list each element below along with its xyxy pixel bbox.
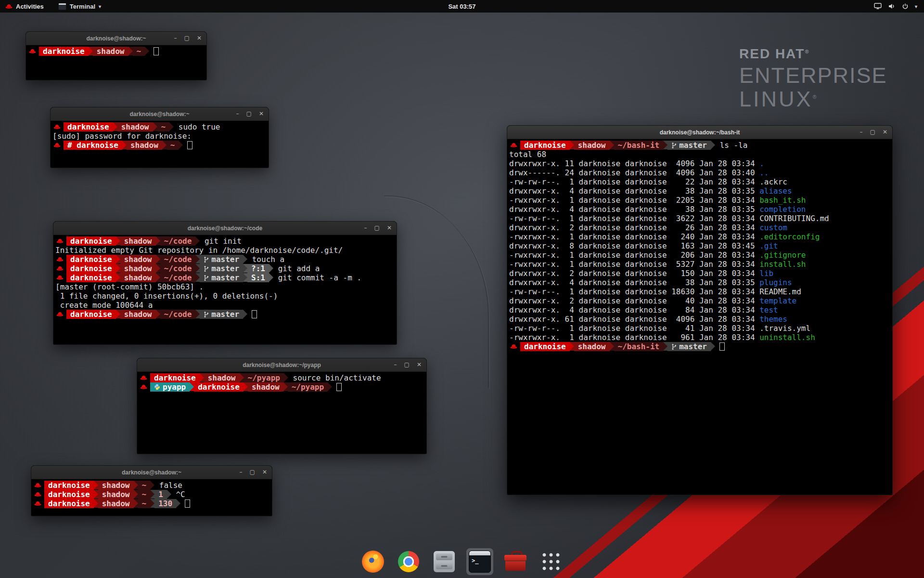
terminal-text: create mode 100644 a — [55, 301, 153, 310]
window-minimize-button[interactable]: – — [394, 358, 397, 371]
terminal-window-6[interactable]: darknoise@shadow:~/bash-it–▢✕darknoisesh… — [507, 125, 893, 495]
prompt-line: darknoiseshadow~/code git init — [55, 236, 396, 246]
toolbox-body — [505, 561, 526, 571]
python-icon — [154, 384, 160, 390]
terminal-window-3[interactable]: darknoise@shadow:~/code–▢✕darknoiseshado… — [53, 221, 397, 345]
chevron-down-icon[interactable]: ▾ — [915, 4, 917, 9]
terminal-text: [sudo] password for darknoise: — [52, 131, 196, 141]
prompt-segment-path: ~ — [138, 481, 151, 490]
volume-icon[interactable] — [888, 3, 896, 10]
window-close-button[interactable]: ✕ — [883, 126, 887, 139]
terminal-text: git add a — [273, 264, 320, 273]
dock-item-chrome[interactable] — [395, 548, 422, 575]
prompt-segment-path: ~ — [157, 122, 170, 131]
prompt-line: pyappdarknoiseshadow~/pyapp — [139, 382, 425, 392]
output-line: -rwxrwxr-x. 1 darknoise darknoise 2205 J… — [509, 196, 891, 205]
prompt-segment-stat: ?:1 — [247, 264, 269, 273]
terminal-text: drwxrwxr-x. 8 darknoise darknoise 163 Ja… — [509, 241, 759, 250]
clock[interactable]: Sat 03:57 — [0, 3, 924, 10]
powerline-arrow — [167, 490, 171, 499]
prompt-segment-host: shadow — [117, 122, 153, 131]
brand-red-hat: RED HAT® — [739, 47, 887, 61]
prompt-segment-host: shadow — [120, 264, 156, 273]
prompt-segment-host: shadow — [93, 47, 128, 56]
window-maximize-button[interactable]: ▢ — [184, 32, 190, 45]
terminal-window-2[interactable]: darknoise@shadow:~–▢✕darknoiseshadow~ su… — [50, 107, 269, 168]
registered-mark: ® — [813, 94, 819, 100]
window-close-button[interactable]: ✕ — [417, 358, 422, 371]
terminal-body[interactable]: darknoiseshadow~/bash-itmaster ls -latot… — [507, 139, 892, 351]
redhat-icon — [34, 481, 41, 490]
window-title: darknoise@shadow:~/bash-it — [507, 129, 892, 136]
window-maximize-button[interactable]: ▢ — [870, 126, 875, 139]
terminal-text: touch a — [247, 255, 284, 264]
terminal-window-4[interactable]: darknoise@shadow:~/pyapp–▢✕darknoiseshad… — [137, 358, 427, 454]
output-line: drwxrwxr-x. 2 darknoise darknoise 26 Jan… — [509, 223, 891, 232]
terminal-text: drwxrwxr-x. 4 darknoise darknoise 38 Jan… — [509, 278, 759, 287]
window-titlebar[interactable]: darknoise@shadow:~/code–▢✕ — [53, 222, 397, 235]
window-minimize-button[interactable]: – — [236, 107, 239, 120]
powerline-arrow — [195, 236, 200, 245]
output-line: drwxrwxr-x. 11 darknoise darknoise 4096 … — [509, 159, 891, 168]
prompt-line: darknoiseshadow~/bash-itmaster ls -la — [509, 141, 891, 150]
screen-icon[interactable] — [874, 3, 882, 10]
terminal-body[interactable]: darknoiseshadow~ falsedarknoiseshadow~1 … — [31, 479, 272, 508]
terminal-text: drwxrwxr-x. 11 darknoise darknoise 4096 … — [509, 159, 759, 168]
window-close-button[interactable]: ✕ — [259, 107, 264, 120]
window-maximize-button[interactable]: ▢ — [250, 466, 255, 479]
terminal-window-5[interactable]: darknoise@shadow:~–▢✕darknoiseshadow~ fa… — [31, 465, 272, 516]
terminal-text: [master (root-commit) 50bcb63] . — [55, 282, 204, 291]
window-titlebar[interactable]: darknoise@shadow:~–▢✕ — [31, 466, 272, 479]
prompt-segment-user: darknoise — [194, 382, 244, 392]
window-maximize-button[interactable]: ▢ — [404, 358, 410, 371]
file-name: uninstall.sh — [759, 333, 815, 342]
output-line: drwxrwxr-x. 4 darknoise darknoise 38 Jan… — [509, 278, 891, 287]
window-minimize-button[interactable]: – — [240, 466, 243, 479]
window-title: darknoise@shadow:~/pyapp — [137, 362, 426, 368]
file-name: test — [759, 305, 778, 315]
window-minimize-button[interactable]: – — [174, 32, 177, 45]
prompt-segment-host: shadow — [127, 141, 162, 150]
terminal-window-1[interactable]: darknoise@shadow:~–▢✕darknoiseshadow~ — [26, 31, 207, 80]
terminal-body[interactable]: darknoiseshadow~ sudo true[sudo] passwor… — [51, 121, 269, 150]
window-maximize-button[interactable]: ▢ — [246, 107, 252, 120]
powerline-arrow — [243, 273, 247, 282]
drawer-top — [436, 553, 452, 560]
output-line: drwx------. 24 darknoise darknoise 4096 … — [509, 168, 891, 177]
powerline-arrow — [243, 264, 247, 273]
window-maximize-button[interactable]: ▢ — [374, 222, 380, 235]
terminal-text: drwx------. 24 darknoise darknoise 4096 … — [509, 168, 759, 177]
prompt-segment-path: ~/code — [160, 255, 196, 264]
output-line: drwxrwxr-x. 8 darknoise darknoise 163 Ja… — [509, 241, 891, 250]
window-titlebar[interactable]: darknoise@shadow:~/pyapp–▢✕ — [137, 358, 426, 372]
terminal-body[interactable]: darknoiseshadow~/pyapp source bin/activa… — [137, 372, 426, 392]
window-controls: –▢✕ — [174, 32, 206, 45]
window-close-button[interactable]: ✕ — [197, 32, 202, 45]
terminal-text: Initialized empty Git repository in /hom… — [55, 246, 343, 255]
window-titlebar[interactable]: darknoise@shadow:~/bash-it–▢✕ — [507, 126, 892, 139]
branch-icon — [671, 142, 677, 149]
dock-item-files[interactable] — [431, 548, 458, 575]
terminal-body[interactable]: darknoiseshadow~/code git initInitialize… — [53, 235, 397, 319]
window-close-button[interactable]: ✕ — [262, 466, 267, 479]
powerline-arrow — [145, 47, 149, 55]
window-titlebar[interactable]: darknoise@shadow:~–▢✕ — [51, 107, 269, 121]
dock-item-terminal[interactable]: >_ — [466, 548, 493, 575]
window-close-button[interactable]: ✕ — [387, 222, 392, 235]
file-name: .. — [759, 168, 769, 177]
prompt-segment-user: darknoise — [66, 273, 116, 282]
dock-item-apps[interactable] — [538, 548, 565, 575]
dock-item-firefox[interactable] — [359, 548, 386, 575]
window-minimize-button[interactable]: – — [364, 222, 367, 235]
top-bar: Activities Terminal ▾ Sat 03:57 ▾ — [0, 0, 924, 13]
power-icon[interactable] — [902, 3, 909, 10]
terminal-body[interactable]: darknoiseshadow~ — [26, 45, 206, 56]
prompt-segment-stat: S:1 — [247, 273, 269, 282]
window-titlebar[interactable]: darknoise@shadow:~–▢✕ — [26, 32, 206, 45]
redhat-icon — [510, 141, 517, 150]
prompt-line: darknoiseshadow~/codemasterS:1 git commi… — [55, 273, 396, 282]
dock-item-toolbox[interactable] — [502, 548, 529, 575]
prompt-line: darknoiseshadow~/bash-itmaster — [509, 342, 891, 351]
window-minimize-button[interactable]: – — [860, 126, 863, 139]
terminal-cursor — [187, 141, 192, 149]
